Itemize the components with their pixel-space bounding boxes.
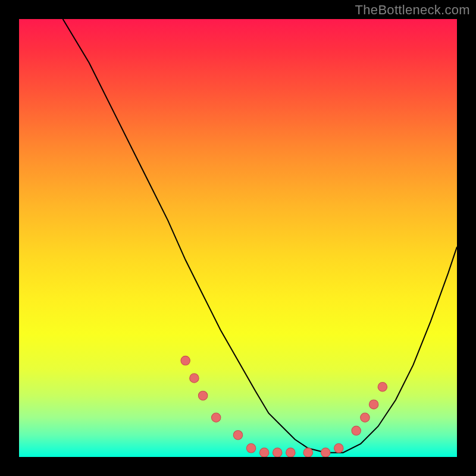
data-marker — [378, 383, 387, 392]
data-marker — [246, 444, 255, 453]
data-marker — [352, 426, 361, 435]
data-marker — [211, 413, 220, 422]
bottleneck-curve — [63, 19, 457, 453]
watermark-text: TheBottleneck.com — [355, 2, 470, 18]
data-marker — [321, 448, 330, 457]
chart-frame: TheBottleneck.com — [0, 0, 476, 476]
chart-svg — [19, 19, 457, 457]
data-marker — [190, 374, 199, 383]
data-marker — [181, 356, 190, 365]
data-marker — [303, 448, 312, 457]
marker-layer — [181, 356, 387, 457]
data-marker — [198, 391, 207, 400]
data-marker — [369, 400, 378, 409]
data-marker — [286, 448, 295, 457]
data-marker — [334, 444, 343, 453]
data-marker — [259, 448, 268, 457]
data-marker — [273, 448, 282, 457]
plot-area — [19, 19, 457, 457]
curve-layer — [63, 19, 457, 453]
data-marker — [233, 430, 242, 439]
data-marker — [361, 413, 369, 422]
